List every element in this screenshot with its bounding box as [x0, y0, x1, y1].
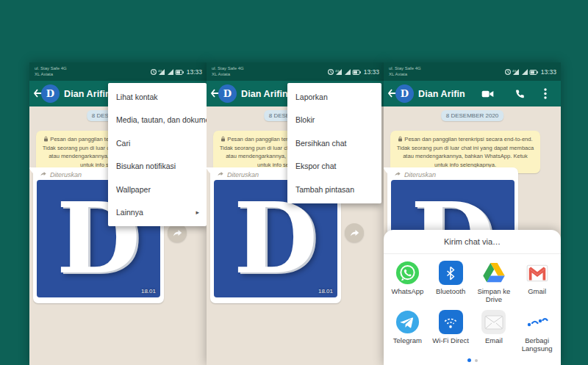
date-badge: 8 DESEMBER 2020	[441, 110, 504, 121]
carrier-label: ul. Stay Safe 4G XL Axiata	[389, 65, 421, 77]
call-icon[interactable]	[512, 81, 528, 106]
page-dot-inactive[interactable]	[475, 359, 478, 362]
lock-icon	[398, 136, 403, 144]
share-app-grid: WhatsApp Bluetooth Simpan ke Drive	[384, 254, 561, 357]
menu-item-cari[interactable]: Cari	[108, 131, 207, 155]
email-icon	[481, 310, 506, 334]
page-indicator	[384, 358, 561, 362]
more-options-submenu: Laporkan Blokir Bersihkan chat Ekspor ch…	[287, 83, 381, 203]
video-call-icon[interactable]	[479, 81, 495, 106]
menu-item-wallpaper[interactable]: Wallpaper	[108, 178, 207, 201]
chat-options-menu: Lihat kontak Media, tautan, dan dokumen …	[108, 83, 207, 226]
google-drive-icon	[481, 261, 506, 285]
contact-name[interactable]: Dian Arifin	[64, 81, 111, 106]
share-app-gmail[interactable]: Gmail	[515, 259, 559, 308]
forwarded-icon	[217, 170, 224, 178]
bluetooth-icon	[439, 261, 463, 285]
menu-item-ekspor-chat[interactable]: Ekspor chat	[287, 155, 381, 178]
avatar[interactable]: D	[218, 84, 237, 103]
menu-item-media[interactable]: Media, tautan, dan dokumen	[108, 109, 207, 132]
image-letter: D	[234, 190, 318, 287]
message-time: 18.01	[318, 288, 333, 294]
lock-icon	[43, 136, 49, 144]
forwarded-icon	[40, 170, 47, 178]
message-time: 18.01	[141, 288, 156, 294]
share-sheet-title: Kirim chat via…	[384, 230, 561, 254]
share-app-whatsapp[interactable]: WhatsApp	[386, 259, 429, 308]
phone-screenshot-1: ul. Stay Safe 4G XL Axiata 13:33 D Dian …	[29, 62, 207, 365]
share-app-drive[interactable]: Simpan ke Drive	[473, 259, 516, 308]
gmail-icon	[525, 261, 549, 285]
carrier-label: ul. Stay Safe 4G XL Axiata	[35, 65, 67, 77]
phone-screenshot-3: ul. Stay Safe 4G XL Axiata 13:33 D Dian …	[384, 62, 561, 365]
clock: 13:33	[541, 68, 556, 76]
menu-item-bersihkan-chat[interactable]: Bersihkan chat	[287, 131, 381, 155]
status-icons	[505, 68, 539, 76]
menu-item-lainnya[interactable]: Lainnya▸	[108, 201, 207, 225]
share-app-direct-share[interactable]: Berbagi Langsung	[515, 308, 559, 357]
share-app-bluetooth[interactable]: Bluetooth	[429, 259, 473, 308]
whatsapp-icon	[395, 261, 420, 285]
forwarded-label: Diteruskan	[404, 171, 436, 178]
status-icons	[151, 68, 184, 76]
phone-screenshot-2: ul. Stay Safe 4G XL Axiata 13:33 D Dian …	[207, 62, 384, 365]
carrier-label: ul. Stay Safe 4G XL Axiata	[212, 65, 244, 77]
avatar[interactable]: D	[41, 84, 60, 103]
menu-item-bisukan[interactable]: Bisukan notifikasi	[108, 155, 207, 178]
share-app-email[interactable]: Email	[473, 308, 516, 357]
clock: 13:33	[187, 68, 202, 76]
forwarded-label: Diteruskan	[227, 171, 259, 178]
contact-name[interactable]: Dian Arifin	[418, 81, 465, 106]
forwarded-icon	[394, 170, 401, 178]
status-bar: ul. Stay Safe 4G XL Axiata 13:33	[207, 62, 384, 81]
teal-backdrop: ul. Stay Safe 4G XL Axiata 13:33 D Dian …	[0, 0, 588, 365]
share-app-wifi-direct[interactable]: Wi-Fi Direct	[429, 308, 473, 357]
share-app-telegram[interactable]: Telegram	[386, 308, 429, 357]
direct-share-icon	[525, 310, 549, 334]
submenu-arrow-icon: ▸	[196, 209, 199, 216]
menu-item-blokir[interactable]: Blokir	[287, 109, 381, 132]
menu-item-lihat-kontak[interactable]: Lihat kontak	[108, 85, 207, 109]
forward-button[interactable]	[345, 223, 364, 242]
avatar[interactable]: D	[395, 84, 414, 103]
status-bar: ul. Stay Safe 4G XL Axiata 13:33	[29, 62, 207, 81]
contact-name[interactable]: Dian Arifin	[241, 81, 288, 106]
clock: 13:33	[364, 68, 379, 76]
page-dot-active[interactable]	[467, 358, 471, 362]
share-sheet: Kirim chat via… WhatsApp Bluetooth	[384, 230, 561, 365]
menu-item-laporkan[interactable]: Laporkan	[287, 85, 381, 109]
wifi-direct-icon	[439, 310, 463, 334]
status-bar: ul. Stay Safe 4G XL Axiata 13:33	[384, 62, 561, 81]
menu-item-tambah-pintasan[interactable]: Tambah pintasan	[287, 178, 381, 201]
whatsapp-appbar: D Dian Arifin	[384, 81, 561, 106]
overflow-menu-icon[interactable]	[537, 81, 553, 106]
forwarded-label: Diteruskan	[50, 171, 82, 178]
status-icons	[328, 68, 362, 76]
encryption-notice-text: Pesan dan panggilan terenkripsi secara e…	[397, 136, 534, 168]
lock-icon	[220, 136, 226, 144]
telegram-icon	[395, 310, 420, 334]
